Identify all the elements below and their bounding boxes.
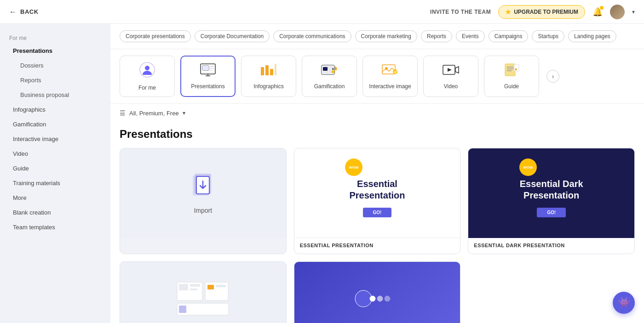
filter-chevron-icon[interactable]: ▾ — [183, 110, 185, 116]
sidebar-item-presentations[interactable]: Presentations — [4, 44, 107, 58]
svg-rect-16 — [323, 67, 328, 71]
template-card-essential[interactable]: WOW EssentialPresentation GO! ESSENTIAL … — [294, 148, 461, 254]
template-card-import[interactable]: Import — [120, 148, 287, 254]
tab-events[interactable]: Events — [456, 30, 485, 42]
tab-corporate-presentations[interactable]: Corporate presentations — [120, 30, 191, 42]
template-card-essential-dark[interactable]: WOW Essential DarkPresentation GO! ESSEN… — [468, 148, 635, 254]
infographics-icon — [260, 63, 277, 79]
import-card-preview: Import — [120, 148, 286, 238]
svg-rect-35 — [190, 289, 197, 290]
sidebar-item-blank-creation[interactable]: Blank creation — [4, 205, 107, 220]
sidebar-item-team-templates[interactable]: Team templates — [4, 220, 107, 234]
essential-dark-card-preview: WOW Essential DarkPresentation GO! — [468, 148, 634, 238]
sidebar-item-infographics[interactable]: Infographics — [4, 102, 107, 117]
tab-corporate-marketing[interactable]: Corporate marketing — [355, 30, 417, 42]
tab-reports[interactable]: Reports — [421, 30, 452, 42]
type-card-for-me-label: For me — [138, 85, 156, 91]
sidebar-item-more[interactable]: More — [4, 191, 107, 205]
essential-dark-card-label: ESSENTIAL DARK PRESENTATION — [468, 238, 634, 254]
type-card-gamification-label: Gamification — [314, 83, 345, 90]
template-grid: Import WOW EssentialPresentation GO! ESS… — [110, 148, 644, 323]
chat-bubble[interactable]: 👾 — [613, 292, 635, 314]
type-card-gamification[interactable]: Gamification — [302, 56, 357, 97]
essential-dark-title: Essential DarkPresentation — [511, 178, 592, 201]
svg-rect-4 — [202, 66, 209, 70]
sidebar-item-business-proposal[interactable]: Business proposal — [4, 88, 107, 102]
go-button: GO! — [363, 208, 392, 217]
svg-rect-34 — [190, 284, 200, 287]
sidebar-for-me-label: For me — [0, 31, 110, 43]
wow-badge-dark: WOW — [519, 159, 537, 176]
svg-rect-7 — [210, 70, 213, 71]
type-cards-chevron-right[interactable]: › — [546, 70, 559, 83]
tab-campaigns[interactable]: Campaigns — [489, 30, 529, 42]
section-title: Presentations — [110, 122, 644, 148]
notification-bell[interactable]: 🔔 — [592, 7, 603, 17]
import-label: Import — [194, 207, 212, 214]
type-card-interactive-image[interactable]: Interactive image — [362, 56, 418, 97]
sidebar-item-gamification[interactable]: Gamification — [4, 117, 107, 131]
sidebar-item-reports[interactable]: Reports — [4, 73, 107, 87]
filter-label[interactable]: All, Premium, Free — [129, 110, 179, 117]
filter-icon: ☰ — [120, 109, 126, 117]
import-icon — [190, 173, 216, 204]
sidebar-item-training-materials[interactable]: Training materials — [4, 176, 107, 190]
type-card-video-label: Video — [444, 83, 458, 90]
upgrade-label: UPGRADE TO PREMIUM — [514, 9, 578, 15]
tab-landing-pages[interactable]: Landing pages — [568, 30, 616, 42]
upgrade-button[interactable]: ★ UPGRADE TO PREMIUM — [498, 5, 585, 19]
main-layout: For me Presentations Dossiers Reports Bu… — [0, 24, 644, 323]
type-card-infographics[interactable]: Infographics — [241, 56, 296, 97]
content-area: Corporate presentations Corporate Docume… — [110, 24, 644, 323]
person-icon — [139, 62, 155, 81]
bottom2-preview — [294, 262, 460, 323]
notification-dot — [600, 6, 604, 10]
gamification-icon — [321, 63, 338, 79]
app-header: ← BACK INVITE TO THE TEAM ★ UPGRADE TO P… — [0, 0, 644, 24]
svg-rect-33 — [179, 284, 188, 290]
presentations-icon — [200, 63, 216, 79]
svg-point-43 — [377, 296, 383, 301]
type-card-infographics-label: Infographics — [253, 83, 283, 90]
wow-badge: WOW — [345, 159, 362, 176]
bottom1-preview — [120, 262, 286, 323]
tab-corporate-documentation[interactable]: Corporate Documentation — [195, 30, 270, 42]
interactive-image-icon — [382, 63, 398, 79]
svg-rect-10 — [261, 67, 264, 75]
header-left: ← BACK — [9, 8, 39, 16]
filter-row: ☰ All, Premium, Free ▾ — [110, 104, 644, 122]
type-card-guide[interactable]: Guide — [484, 56, 539, 97]
type-card-video[interactable]: Video — [423, 56, 478, 97]
avatar[interactable] — [610, 5, 625, 19]
tab-startups[interactable]: Startups — [532, 30, 564, 42]
svg-rect-23 — [505, 64, 515, 76]
type-card-presentations-label: Presentations — [191, 83, 224, 90]
sidebar-item-guide[interactable]: Guide — [4, 161, 107, 176]
svg-point-17 — [332, 70, 334, 73]
back-button[interactable]: BACK — [20, 8, 39, 15]
type-card-presentations[interactable]: Presentations — [180, 56, 236, 97]
svg-point-42 — [370, 296, 375, 301]
type-cards-row: For me Presentations — [110, 49, 644, 104]
sidebar-item-video[interactable]: Video — [4, 147, 107, 161]
sidebar-item-interactive-image[interactable]: Interactive image — [4, 132, 107, 146]
essential-title: EssentialPresentation — [340, 178, 414, 201]
essential-card-label: ESSENTIAL PRESENTATION — [294, 238, 460, 254]
tab-corporate-communications[interactable]: Corporate communications — [273, 30, 351, 42]
star-icon: ★ — [505, 8, 511, 16]
svg-point-20 — [393, 69, 397, 74]
video-icon — [443, 63, 459, 79]
svg-point-1 — [145, 66, 150, 70]
go-button-dark: GO! — [537, 208, 566, 217]
chevron-down-icon[interactable]: ▾ — [632, 9, 635, 15]
template-card-bottom2[interactable] — [294, 261, 461, 323]
chat-icon: 👾 — [618, 297, 630, 309]
guide-icon — [503, 63, 520, 79]
type-card-for-me[interactable]: For me — [120, 56, 175, 97]
svg-point-41 — [355, 290, 372, 307]
invite-button[interactable]: INVITE TO THE TEAM — [430, 9, 491, 15]
svg-rect-12 — [270, 69, 273, 75]
svg-rect-6 — [210, 68, 214, 69]
template-card-bottom1[interactable] — [120, 261, 287, 323]
sidebar-item-dossiers[interactable]: Dossiers — [4, 58, 107, 73]
